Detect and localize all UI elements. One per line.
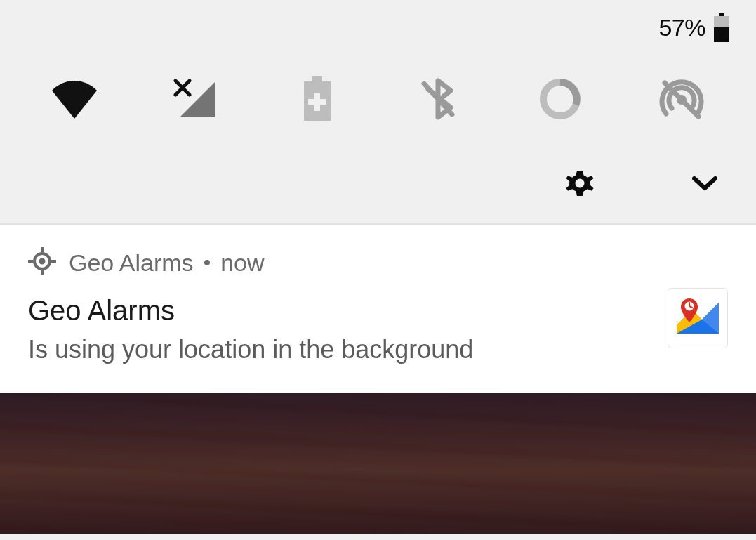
bluetooth-off-icon (420, 78, 458, 123)
hotspot-tile[interactable] (650, 69, 713, 132)
map-pin-icon (674, 293, 722, 343)
cellular-no-sim-icon (173, 78, 219, 123)
data-usage-tile[interactable] (529, 69, 592, 132)
svg-rect-6 (308, 99, 326, 105)
wifi-icon (49, 78, 100, 123)
battery-percentage: 57% (658, 14, 705, 41)
battery-icon (714, 13, 729, 42)
status-bar: 57% (0, 0, 756, 55)
battery-saver-tile[interactable] (286, 69, 349, 132)
svg-rect-0 (719, 13, 724, 16)
notification-title: Geo Alarms (28, 295, 728, 327)
bluetooth-tile[interactable] (407, 69, 470, 132)
wifi-tile[interactable] (43, 69, 106, 132)
svg-rect-2 (714, 27, 729, 42)
separator-dot: • (204, 252, 211, 273)
notification-large-icon (668, 288, 728, 348)
svg-rect-3 (312, 76, 322, 81)
notification-time: now (220, 249, 264, 277)
hotspot-off-icon (659, 79, 704, 122)
cellular-tile[interactable] (164, 69, 227, 132)
notification-header: Geo Alarms • now (28, 247, 728, 278)
location-target-icon (28, 247, 56, 278)
gear-icon[interactable] (566, 169, 594, 200)
notification-app-name: Geo Alarms (69, 249, 194, 277)
chevron-down-icon[interactable] (692, 176, 717, 194)
quick-settings-footer (0, 146, 756, 225)
svg-point-11 (576, 179, 585, 188)
notification-meta: Geo Alarms • now (69, 249, 265, 277)
wallpaper-background (0, 393, 756, 534)
data-usage-icon (539, 78, 581, 123)
battery-saver-icon (301, 76, 333, 125)
notification-body: Is using your location in the background (28, 335, 728, 364)
quick-settings-row (0, 55, 756, 146)
notification-card[interactable]: Geo Alarms • now Geo Alarms Is using you… (0, 225, 756, 393)
svg-point-13 (39, 258, 46, 265)
